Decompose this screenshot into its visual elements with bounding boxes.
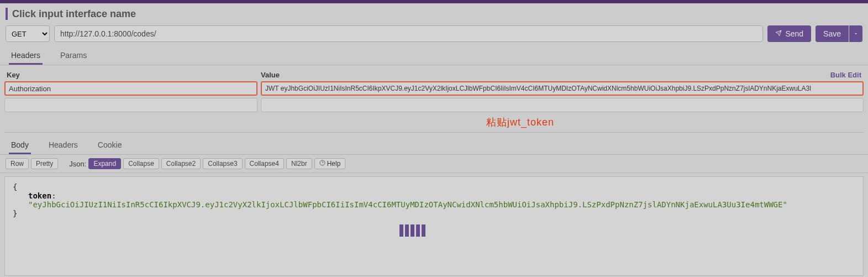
key-column-header: Key — [7, 71, 261, 79]
tab-cookie[interactable]: Cookie — [96, 136, 124, 154]
collapse4-button[interactable]: Collapse4 — [245, 158, 284, 169]
response-tabs: Body Headers Cookie — [0, 133, 868, 155]
loading-indicator — [399, 224, 425, 237]
title-bar: Click input interface name — [0, 3, 868, 25]
loader-bar — [405, 224, 409, 237]
send-button[interactable]: Send — [767, 25, 811, 42]
header-key-input-empty[interactable] — [4, 98, 257, 112]
help-button[interactable]: Help — [314, 158, 346, 169]
http-method-select[interactable]: GET — [6, 25, 50, 42]
bulk-edit-link[interactable]: Bulk Edit — [830, 71, 861, 79]
tab-params[interactable]: Params — [58, 46, 89, 65]
collapse-button[interactable]: Collapse — [123, 158, 159, 169]
save-button-label: Save — [823, 29, 841, 38]
request-row: GET Send Save — [0, 25, 868, 46]
loader-bar — [416, 224, 420, 237]
page-title[interactable]: Click input interface name — [12, 8, 136, 20]
pretty-button[interactable]: Pretty — [31, 158, 58, 169]
save-dropdown-toggle[interactable] — [849, 25, 862, 42]
annotation-text: 粘贴jwt_token — [486, 116, 868, 129]
loader-bar — [411, 224, 414, 237]
collapse2-button[interactable]: Collapse2 — [161, 158, 201, 169]
row-button[interactable]: Row — [6, 158, 29, 169]
header-kv-empty-row — [0, 98, 868, 118]
kv-header-row: Key Value Bulk Edit — [0, 65, 868, 81]
save-button[interactable]: Save — [816, 25, 849, 42]
json-line-value: "eyJhbGciOiJIUzI1NiIsInR5cCI6IkpXVCJ9.ey… — [13, 200, 855, 209]
header-value-input-empty[interactable] — [261, 98, 864, 112]
loader-bar — [399, 224, 403, 237]
tab-body[interactable]: Body — [9, 136, 31, 154]
json-brace-open: { — [13, 182, 855, 191]
expand-button[interactable]: Expand — [88, 158, 121, 169]
chevron-down-icon — [853, 30, 859, 38]
help-label: Help — [327, 160, 341, 168]
json-brace-close: } — [13, 209, 855, 218]
json-value-token: "eyJhbGciOiJIUzI1NiIsInR5cCI6IkpXVCJ9.ey… — [28, 200, 787, 209]
json-label: Json: — [69, 160, 86, 168]
header-key-input[interactable] — [4, 81, 257, 96]
json-colon: : — [51, 191, 56, 200]
header-kv-row — [0, 81, 868, 98]
response-toolbar: Row Pretty Json: Expand Collapse Collaps… — [0, 155, 868, 173]
loader-bar — [422, 224, 425, 237]
json-key-token: token — [28, 191, 51, 200]
collapse3-button[interactable]: Collapse3 — [203, 158, 242, 169]
value-column-header: Value — [261, 71, 830, 79]
send-button-label: Send — [785, 29, 803, 38]
send-icon — [775, 29, 782, 38]
help-icon — [319, 160, 325, 168]
tab-response-headers[interactable]: Headers — [46, 136, 80, 154]
request-tabs: Headers Params — [0, 46, 868, 65]
response-body[interactable]: { token: "eyJhbGciOiJIUzI1NiIsInR5cCI6Ik… — [4, 176, 864, 276]
title-accent — [6, 8, 8, 20]
save-button-group: Save — [816, 25, 862, 42]
url-input[interactable] — [54, 25, 763, 42]
nl2br-button[interactable]: Nl2br — [286, 158, 312, 169]
json-line: token: — [13, 191, 855, 200]
header-value-input[interactable] — [261, 81, 864, 96]
tab-headers[interactable]: Headers — [9, 46, 43, 65]
